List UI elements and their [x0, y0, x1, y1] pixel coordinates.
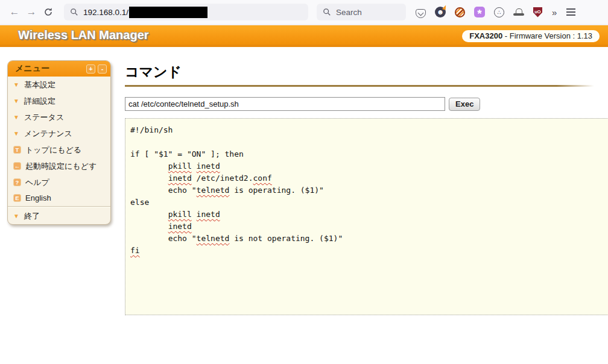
firmware-badge: FXA3200 - Firmware Version : 1.13: [462, 30, 600, 42]
menu-header: メニュー + -: [8, 61, 110, 77]
account-icon[interactable]: [435, 7, 446, 17]
pocket-icon[interactable]: [416, 9, 426, 18]
snowflake-icon[interactable]: [474, 7, 485, 17]
triangle-icon: ▼: [13, 98, 21, 104]
noscript-icon[interactable]: [455, 7, 465, 17]
overflow-chevrons-icon[interactable]: »: [552, 7, 556, 17]
extension-icons: [416, 7, 542, 17]
url-bar[interactable]: 192.168.0.1/: [64, 4, 308, 20]
triangle-icon: ▼: [13, 81, 21, 88]
menu-label: メンテナンス: [24, 128, 72, 139]
menu-label: 詳細設定: [24, 96, 55, 107]
browser-toolbar: ← → 192.168.0.1/ »: [0, 0, 608, 25]
page-title: コマンド: [125, 63, 608, 81]
menu-item-exit[interactable]: ▼ 終了: [8, 208, 110, 224]
triangle-icon: ▼: [13, 130, 21, 137]
forward-icon[interactable]: →: [23, 4, 40, 20]
exec-button[interactable]: Exec: [449, 98, 480, 111]
reload-icon[interactable]: [40, 4, 57, 20]
main-content: コマンド Exec #!/bin/sh if [ "$1" = "ON" ]; …: [125, 63, 608, 315]
collapse-all-button[interactable]: -: [98, 64, 107, 74]
menu-label: English: [25, 193, 51, 202]
menu-label: 起動時設定にもどす: [25, 161, 97, 172]
menu-link-list: Tトップにもどる←起動時設定にもどす?ヘルプEEnglish: [8, 142, 110, 205]
letter-badge-icon: T: [13, 146, 21, 154]
letter-badge-icon: E: [13, 194, 21, 202]
menu-link-item[interactable]: EEnglish: [8, 190, 110, 205]
app-header: Wireless LAN Manager FXA3200 - Firmware …: [0, 25, 608, 47]
sidebar-menu: メニュー + - ▼基本設定▼詳細設定▼ステータス▼メンテナンス Tトップにもど…: [7, 60, 111, 225]
hat-icon[interactable]: [513, 7, 524, 18]
menu-group-item[interactable]: ▼メンテナンス: [8, 125, 110, 142]
url-text: 192.168.0.1/: [83, 8, 128, 17]
cookie-icon[interactable]: [494, 7, 504, 17]
menu-link-item[interactable]: ?ヘルプ: [8, 174, 110, 190]
firmware-version: - Firmware Version : 1.13: [502, 31, 592, 40]
menu-label: 基本設定: [24, 80, 55, 90]
command-output[interactable]: #!/bin/sh if [ "$1" = "ON" ]; then pkill…: [125, 118, 608, 315]
search-icon: [323, 8, 331, 16]
menu-label: 終了: [24, 211, 40, 222]
expand-all-button[interactable]: +: [86, 64, 95, 74]
menu-label: トップにもどる: [25, 145, 81, 155]
menu-group-item[interactable]: ▼詳細設定: [8, 93, 110, 109]
menu-group-list: ▼基本設定▼詳細設定▼ステータス▼メンテナンス: [8, 77, 110, 142]
letter-badge-icon: ?: [13, 178, 21, 186]
menu-divider: [8, 206, 110, 207]
app-title: Wireless LAN Manager: [18, 28, 149, 42]
back-icon[interactable]: ←: [6, 4, 23, 20]
menu-link-item[interactable]: ←起動時設定にもどす: [8, 158, 110, 174]
triangle-icon: ▼: [13, 213, 21, 219]
menu-label: ヘルプ: [25, 177, 49, 188]
letter-badge-icon: ←: [13, 162, 21, 170]
redacted-url-path: [129, 7, 207, 18]
menu-label: ステータス: [24, 112, 64, 123]
command-input[interactable]: [125, 97, 445, 111]
search-input[interactable]: [336, 8, 396, 17]
hamburger-menu-icon[interactable]: [566, 8, 575, 16]
menu-link-item[interactable]: Tトップにもどる: [8, 142, 110, 158]
title-underline: [125, 85, 594, 87]
menu-title: メニュー: [15, 63, 84, 74]
triangle-icon: ▼: [13, 114, 21, 121]
menu-group-item[interactable]: ▼基本設定: [8, 77, 110, 93]
reload-glyph: [43, 7, 53, 17]
search-bar[interactable]: [317, 4, 406, 20]
shield-icon[interactable]: [533, 7, 542, 17]
command-row: Exec: [125, 97, 608, 111]
search-icon: [70, 8, 78, 16]
model-name: FXA3200: [469, 31, 502, 40]
menu-group-item[interactable]: ▼ステータス: [8, 109, 110, 125]
